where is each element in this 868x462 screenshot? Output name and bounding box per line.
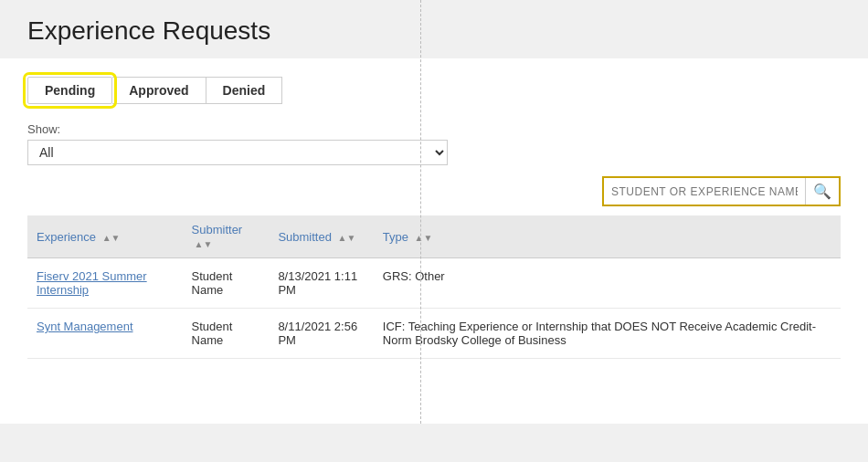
cell-submitted: 8/11/2021 2:56 PM: [269, 309, 373, 359]
sort-type-icon[interactable]: ▲▼: [415, 233, 433, 243]
show-dropdown[interactable]: All: [27, 140, 448, 165]
cell-type: GRS: Other: [374, 258, 841, 309]
search-wrapper: 🔍: [602, 176, 841, 206]
show-label: Show:: [27, 122, 841, 136]
sort-experience-icon[interactable]: ▲▼: [102, 233, 121, 243]
search-button[interactable]: 🔍: [805, 178, 839, 205]
search-icon: 🔍: [813, 184, 831, 199]
cell-submitter: Student Name: [183, 258, 270, 309]
search-row: 🔍: [27, 176, 841, 206]
table-row: Fiserv 2021 Summer Internship Student Na…: [27, 258, 841, 309]
col-type: Type ▲▼: [374, 215, 841, 258]
cell-experience: Fiserv 2021 Summer Internship: [27, 258, 183, 309]
search-input[interactable]: [604, 181, 805, 203]
tab-approved[interactable]: Approved: [112, 77, 206, 104]
experience-link[interactable]: Synt Management: [37, 320, 133, 333]
experience-link[interactable]: Fiserv 2021 Summer Internship: [37, 269, 147, 297]
tab-pending[interactable]: Pending: [27, 77, 112, 104]
tab-denied[interactable]: Denied: [206, 77, 283, 104]
cell-submitted: 8/13/2021 1:11 PM: [269, 258, 373, 309]
col-submitted: Submitted ▲▼: [269, 215, 373, 258]
table-container: Experience ▲▼ Submitter ▲▼ Submitted ▲▼: [27, 215, 841, 359]
show-section: Show: All: [27, 122, 841, 165]
cell-experience: Synt Management: [27, 309, 183, 359]
sort-submitted-icon[interactable]: ▲▼: [338, 233, 356, 243]
tab-bar: Pending Approved Denied: [27, 77, 841, 104]
cell-submitter: Student Name: [183, 309, 270, 359]
sort-submitter-icon[interactable]: ▲▼: [195, 239, 213, 249]
table-header-row: Experience ▲▼ Submitter ▲▼ Submitted ▲▼: [27, 215, 841, 258]
col-experience: Experience ▲▼: [27, 215, 183, 258]
requests-table: Experience ▲▼ Submitter ▲▼ Submitted ▲▼: [27, 215, 841, 359]
cell-type: ICF: Teaching Experience or Internship t…: [374, 309, 841, 359]
table-row: Synt Management Student Name 8/11/2021 2…: [27, 309, 841, 359]
col-submitter: Submitter ▲▼: [183, 215, 270, 258]
page-title: Experience Requests: [27, 16, 841, 46]
